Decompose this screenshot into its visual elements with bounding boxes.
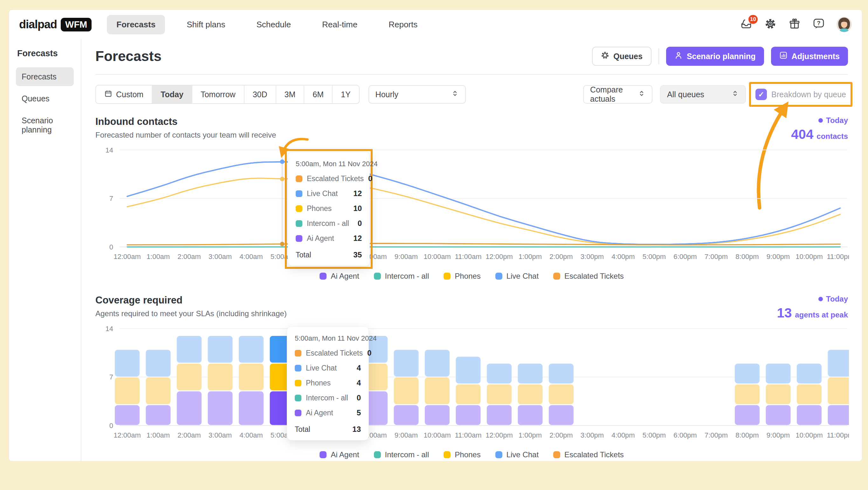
compare-actuals-value: Compare actuals (590, 85, 638, 104)
svg-text:12:00am: 12:00am (114, 431, 141, 439)
svg-text:2:00am: 2:00am (178, 431, 200, 439)
tooltip-swatch-escalated (296, 175, 302, 182)
legend-label: Live Chat (506, 272, 538, 281)
breakdown-checkbox[interactable]: ✓ (755, 89, 767, 100)
svg-text:11:00pm: 11:00pm (827, 431, 849, 439)
svg-text:5:00pm: 5:00pm (643, 431, 666, 439)
svg-text:9:00pm: 9:00pm (767, 253, 790, 261)
svg-text:7:00pm: 7:00pm (705, 431, 728, 439)
legend-item-phones[interactable]: Phones (443, 272, 480, 281)
nav-tab-shift-plans[interactable]: Shift plans (177, 15, 235, 34)
range-segment-6m[interactable]: 6M (304, 86, 332, 103)
inbound-today-stat: Today 404 contacts (791, 116, 848, 142)
nav-tab-real-time[interactable]: Real-time (313, 15, 367, 34)
tooltip-value: 12 (353, 189, 362, 198)
range-segment-today[interactable]: Today (152, 86, 192, 103)
tooltip-datetime: 5:00am, Mon 11 Nov 2024 (295, 334, 361, 342)
sidebar-item-forecasts[interactable]: Forecasts (16, 67, 74, 86)
granularity-select[interactable]: Hourly (369, 85, 466, 104)
nav-tab-reports[interactable]: Reports (379, 15, 427, 34)
line-chart-canvas[interactable]: 071412:00am1:00am2:00am3:00am4:00am5:00a… (95, 145, 849, 263)
svg-text:10:00pm: 10:00pm (796, 253, 823, 261)
gifts-button[interactable] (788, 18, 801, 31)
coverage-hover-tooltip: 5:00am, Mon 11 Nov 2024Escalated Tickets… (287, 326, 369, 440)
header-actions: Queues Scenario planning (592, 47, 848, 66)
gift-icon (789, 18, 800, 31)
segment-label: 3M (285, 90, 296, 99)
tooltip-swatch-escalated (295, 350, 302, 357)
granularity-value: Hourly (375, 90, 398, 99)
sidebar-item-queues[interactable]: Queues (16, 89, 74, 108)
nav-tab-forecasts[interactable]: Forecasts (107, 15, 165, 34)
svg-text:10:00pm: 10:00pm (796, 431, 823, 439)
segment-label: Today (161, 90, 183, 99)
tooltip-row-escalated: Escalated Tickets0 (296, 174, 362, 183)
legend-label: Escalated Tickets (564, 272, 624, 281)
queue-filter-select[interactable]: All queues (660, 85, 746, 104)
user-avatar[interactable] (837, 17, 852, 32)
range-segment-30d[interactable]: 30D (244, 86, 276, 103)
tooltip-label: Intercom - all (307, 219, 353, 228)
settings-button[interactable] (764, 18, 777, 31)
sidebar-item-scenario-planning[interactable]: Scenario planning (16, 111, 74, 139)
inbox-button[interactable]: 10 (740, 18, 752, 31)
svg-text:0: 0 (110, 243, 113, 251)
legend-swatch-escalated (553, 273, 560, 280)
svg-text:2:00pm: 2:00pm (550, 253, 572, 261)
legend-label: Intercom - all (385, 272, 429, 281)
sidebar-items: ForecastsQueuesScenario planning (16, 67, 74, 139)
nav-tab-schedule[interactable]: Schedule (247, 15, 301, 34)
legend-item-live_chat[interactable]: Live Chat (495, 450, 538, 459)
legend-item-escalated[interactable]: Escalated Tickets (553, 450, 624, 459)
segment-label: Tomorrow (200, 90, 236, 99)
queues-button-label: Queues (613, 52, 643, 61)
updown-chevrons-icon (731, 90, 739, 99)
tooltip-row-ai_agent: Ai Agent12 (296, 234, 362, 243)
coverage-bar-chart[interactable]: 071412:00am1:00am2:00am3:00am4:00am5:00a… (95, 324, 848, 442)
legend-item-ai_agent[interactable]: Ai Agent (319, 272, 359, 281)
help-icon: ? (813, 18, 825, 31)
tooltip-label: Escalated Tickets (306, 349, 363, 358)
queues-button[interactable]: Queues (592, 47, 651, 66)
legend-item-intercom[interactable]: Intercom - all (374, 272, 429, 281)
adjustments-button[interactable]: Adjustments (771, 47, 848, 66)
svg-text:8:00pm: 8:00pm (736, 253, 758, 261)
legend-swatch-escalated (553, 451, 560, 458)
page-title: Forecasts (95, 48, 161, 64)
range-segment-1y[interactable]: 1Y (332, 86, 359, 103)
tooltip-total-row: Total35 (296, 251, 362, 259)
header-divider (658, 48, 659, 64)
legend-item-phones[interactable]: Phones (443, 450, 480, 459)
inbound-line-chart[interactable]: 071412:00am1:00am2:00am3:00am4:00am5:00a… (95, 145, 848, 263)
sidebar: Forecasts ForecastsQueuesScenario planni… (9, 39, 82, 461)
inbound-contacts-section: Inbound contacts Forecasted number of co… (95, 116, 848, 281)
range-segment-tomorrow[interactable]: Tomorrow (192, 86, 244, 103)
tooltip-value: 4 (357, 363, 361, 372)
scenario-planning-button[interactable]: Scenario planning (666, 47, 764, 66)
legend-item-escalated[interactable]: Escalated Tickets (553, 272, 624, 281)
legend-label: Ai Agent (331, 272, 359, 281)
help-button[interactable]: ? (812, 18, 825, 31)
legend-swatch-intercom (374, 273, 381, 280)
legend-item-live_chat[interactable]: Live Chat (495, 272, 538, 281)
coverage-title: Coverage required (95, 295, 287, 306)
tooltip-total-row: Total13 (295, 425, 361, 434)
legend-item-intercom[interactable]: Intercom - all (374, 450, 429, 459)
range-segment-custom[interactable]: Custom (96, 86, 152, 103)
range-segment-3m[interactable]: 3M (276, 86, 304, 103)
legend-item-ai_agent[interactable]: Ai Agent (319, 450, 359, 459)
tooltip-row-live_chat: Live Chat12 (296, 189, 362, 198)
tooltip-datetime: 5:00am, Mon 11 Nov 2024 (296, 160, 362, 168)
svg-text:14: 14 (105, 325, 113, 333)
tooltip-total-value: 13 (352, 425, 361, 434)
tooltip-total-label: Total (295, 425, 348, 434)
compare-actuals-select[interactable]: Compare actuals (583, 85, 652, 104)
legend-swatch-ai_agent (319, 451, 327, 458)
tooltip-swatch-intercom (296, 220, 302, 227)
tooltip-value: 4 (357, 379, 361, 387)
person-icon (674, 51, 683, 61)
svg-text:3:00am: 3:00am (209, 253, 232, 261)
tooltip-row-intercom: Intercom - all0 (295, 393, 361, 402)
bar-chart-canvas[interactable]: 071412:00am1:00am2:00am3:00am4:00am5:00a… (95, 324, 849, 442)
breakdown-by-queue-toggle[interactable]: ✓ Breakdown by queue (753, 89, 848, 100)
